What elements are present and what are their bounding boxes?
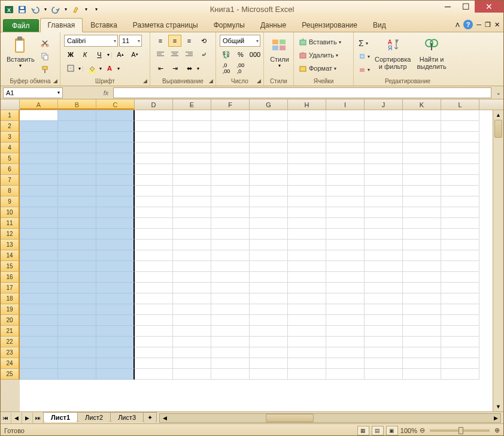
- cell[interactable]: [441, 110, 479, 121]
- cell[interactable]: [58, 153, 96, 164]
- cell[interactable]: [211, 283, 250, 293]
- cell[interactable]: [96, 326, 135, 337]
- insert-cells-button[interactable]: +Вставить▾: [297, 36, 342, 48]
- sheet-nav-next-icon[interactable]: ▶: [22, 413, 33, 423]
- cell[interactable]: [288, 293, 326, 304]
- cell[interactable]: [250, 358, 288, 369]
- row-header[interactable]: 11: [1, 218, 20, 229]
- cell[interactable]: [135, 326, 173, 337]
- cell[interactable]: [288, 143, 326, 153]
- cell[interactable]: [96, 164, 135, 175]
- row-header[interactable]: 16: [1, 272, 20, 283]
- cell[interactable]: [211, 347, 250, 358]
- cell[interactable]: [211, 164, 250, 175]
- cell[interactable]: [441, 196, 479, 207]
- styles-button[interactable]: Стили ▾: [268, 35, 292, 69]
- cell[interactable]: [288, 337, 326, 347]
- cell[interactable]: [96, 315, 135, 326]
- cell[interactable]: [365, 304, 403, 315]
- cell[interactable]: [441, 337, 479, 347]
- cell[interactable]: [20, 358, 58, 369]
- cell[interactable]: [250, 337, 288, 347]
- italic-button[interactable]: К: [78, 49, 92, 60]
- decrease-indent-icon[interactable]: ⇤: [154, 62, 167, 74]
- cell[interactable]: [20, 293, 58, 304]
- cell[interactable]: [20, 337, 58, 347]
- page-layout-view-icon[interactable]: ▤: [372, 426, 384, 435]
- cell[interactable]: [20, 229, 58, 240]
- cell[interactable]: [441, 283, 479, 293]
- cell[interactable]: [96, 143, 135, 153]
- row-header[interactable]: 13: [1, 240, 20, 250]
- cell[interactable]: [250, 132, 288, 143]
- row-header[interactable]: 8: [1, 186, 20, 196]
- cell[interactable]: [211, 293, 250, 304]
- tab-page-layout[interactable]: Разметка страницы: [125, 18, 206, 32]
- select-all-corner[interactable]: [1, 99, 20, 110]
- row-header[interactable]: 5: [1, 153, 20, 164]
- scroll-up-icon[interactable]: ▲: [493, 110, 503, 120]
- cell[interactable]: [288, 347, 326, 358]
- dialog-launcher-icon[interactable]: ◢: [51, 77, 59, 84]
- cell[interactable]: [58, 207, 96, 218]
- dropdown-icon[interactable]: ▾: [63, 4, 69, 16]
- copy-icon[interactable]: [38, 50, 51, 62]
- cell[interactable]: [250, 293, 288, 304]
- cell[interactable]: [20, 250, 58, 261]
- cell[interactable]: [288, 132, 326, 143]
- cell[interactable]: [326, 358, 365, 369]
- dropdown-icon[interactable]: ▾: [42, 4, 48, 16]
- cell[interactable]: [326, 261, 365, 272]
- cell[interactable]: [20, 196, 58, 207]
- percent-icon[interactable]: %: [234, 49, 247, 60]
- cell[interactable]: [96, 207, 135, 218]
- cell[interactable]: [250, 315, 288, 326]
- align-center-icon[interactable]: [168, 49, 181, 60]
- column-header[interactable]: D: [135, 99, 173, 110]
- dialog-launcher-icon[interactable]: ◢: [207, 77, 214, 84]
- cell[interactable]: [58, 186, 96, 196]
- sheet-tab[interactable]: Лист2: [77, 412, 111, 422]
- cell[interactable]: [135, 110, 173, 121]
- cell[interactable]: [96, 293, 135, 304]
- cell[interactable]: [326, 229, 365, 240]
- cell[interactable]: [96, 369, 135, 380]
- cell[interactable]: [20, 110, 58, 121]
- autosum-button[interactable]: Σ▾: [357, 37, 371, 49]
- cell[interactable]: [96, 132, 135, 143]
- cell[interactable]: [288, 326, 326, 337]
- cell[interactable]: [326, 110, 365, 121]
- cell[interactable]: [365, 337, 403, 347]
- cell[interactable]: [365, 143, 403, 153]
- cell[interactable]: [288, 186, 326, 196]
- cell[interactable]: [211, 358, 250, 369]
- cell[interactable]: [211, 207, 250, 218]
- cell[interactable]: [173, 261, 211, 272]
- cell[interactable]: [135, 304, 173, 315]
- cell[interactable]: [58, 132, 96, 143]
- cell[interactable]: [288, 272, 326, 283]
- cell[interactable]: [250, 110, 288, 121]
- find-select-button[interactable]: Найти и выделить: [414, 35, 448, 71]
- font-size-combo[interactable]: 11▾: [119, 35, 142, 47]
- cell[interactable]: [441, 164, 479, 175]
- cell[interactable]: [365, 358, 403, 369]
- cell[interactable]: [326, 272, 365, 283]
- cell[interactable]: [365, 293, 403, 304]
- font-color-icon[interactable]: A: [103, 62, 116, 74]
- cell[interactable]: [365, 261, 403, 272]
- cell[interactable]: [211, 272, 250, 283]
- cell[interactable]: [441, 326, 479, 337]
- cell[interactable]: [96, 261, 135, 272]
- cell[interactable]: [326, 207, 365, 218]
- cell[interactable]: [96, 121, 135, 132]
- cell[interactable]: [441, 272, 479, 283]
- cell[interactable]: [250, 153, 288, 164]
- cell[interactable]: [211, 229, 250, 240]
- cell[interactable]: [288, 283, 326, 293]
- cell[interactable]: [326, 337, 365, 347]
- scroll-down-icon[interactable]: ▼: [493, 402, 503, 411]
- cell[interactable]: [211, 110, 250, 121]
- row-header[interactable]: 22: [1, 337, 20, 347]
- column-header[interactable]: A: [20, 99, 58, 110]
